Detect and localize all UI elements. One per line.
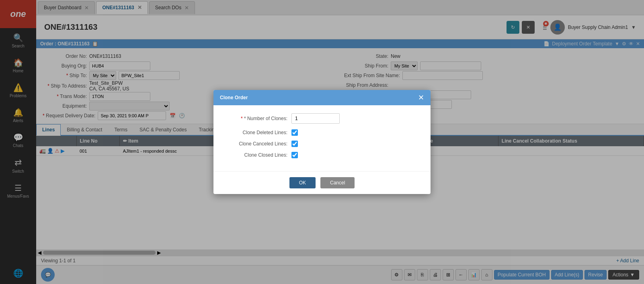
modal-header: Clone Order ✕ [213, 90, 431, 105]
clone-canceled-label: Clone Canceled Lines: [223, 141, 287, 147]
clone-deleted-row: Clone Deleted Lines: [223, 129, 421, 136]
clone-closed-row: Clone Closed Lines: [223, 152, 421, 158]
clone-order-modal: Clone Order ✕ * * Number of Clones: Clon… [213, 90, 431, 194]
clone-canceled-row: Clone Canceled Lines: [223, 141, 421, 147]
modal-close-button[interactable]: ✕ [418, 94, 424, 101]
clone-deleted-label: Clone Deleted Lines: [223, 130, 287, 135]
modal-overlay[interactable]: Clone Order ✕ * * Number of Clones: Clon… [0, 0, 644, 284]
modal-cancel-button[interactable]: Cancel [320, 177, 355, 188]
num-clones-row: * * Number of Clones: [223, 113, 421, 124]
modal-ok-button[interactable]: OK [289, 177, 316, 188]
clone-canceled-checkbox[interactable] [291, 141, 298, 147]
clone-closed-label: Clone Closed Lines: [223, 152, 287, 158]
modal-title: Clone Order [220, 95, 248, 100]
num-clones-input[interactable] [291, 113, 340, 124]
clone-closed-checkbox[interactable] [291, 152, 298, 158]
modal-body: * * Number of Clones: Clone Deleted Line… [213, 105, 431, 171]
modal-footer: OK Cancel [213, 171, 431, 194]
num-clones-label: * * Number of Clones: [223, 116, 287, 121]
clone-deleted-checkbox[interactable] [291, 129, 298, 136]
